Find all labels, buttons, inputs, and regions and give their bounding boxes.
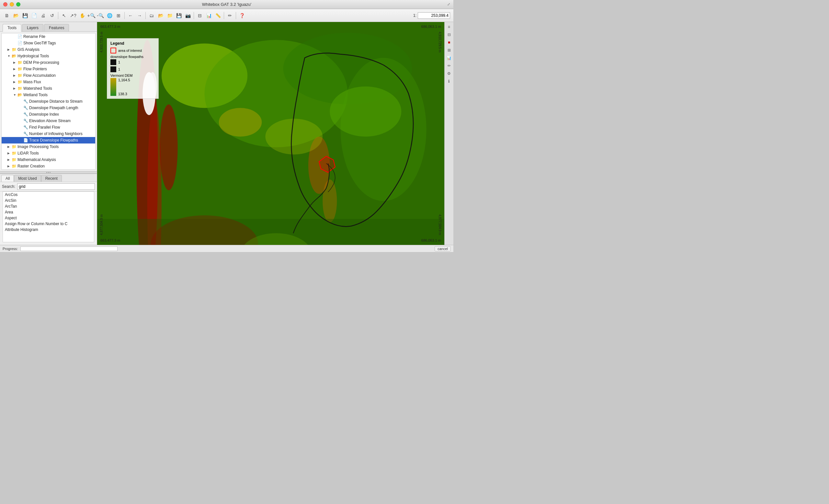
- tree-item-math-analysis[interactable]: ▶ 📁 Mathematical Analysis: [2, 156, 95, 163]
- tree-item-downslope-distance[interactable]: 🔧 Downslope Distance to Stream: [2, 98, 95, 105]
- separator-2: [124, 12, 125, 19]
- tab-layers[interactable]: Layers: [22, 24, 43, 31]
- toolbar-open[interactable]: 📂: [12, 11, 20, 20]
- arrow-lidar: ▶: [7, 152, 11, 155]
- right-btn-attribute-table[interactable]: ⊟: [445, 31, 453, 38]
- legend-item-flowpath2: 1: [110, 66, 155, 72]
- toolbar-new[interactable]: 🗎: [3, 11, 11, 20]
- tree-item-flow-pointers[interactable]: ▶ 📁 Flow Pointers: [2, 66, 95, 72]
- legend-dem-gradient-row: 1,164.5 138.3: [110, 78, 155, 96]
- label-image-processing: Image Processing Tools: [17, 144, 59, 149]
- tree-item-image-processing[interactable]: ▶ 📁 Image Processing Tools: [2, 143, 95, 150]
- svg-point-12: [219, 108, 262, 136]
- tree-item-find-parallel-flow[interactable]: 🔧 Find Parallel Flow: [2, 124, 95, 131]
- resize-dot-1: [46, 172, 47, 173]
- tree-item-rename-file[interactable]: 📄 Rename File: [2, 33, 95, 40]
- search-panel: All Most Used Recent Search: ArcCos ArcS…: [0, 174, 97, 245]
- toolbar-help[interactable]: ❓: [238, 11, 246, 20]
- toolbar-capture[interactable]: 📷: [184, 11, 192, 20]
- window-controls[interactable]: [3, 2, 21, 6]
- toolbar-new-folder[interactable]: 📁: [166, 11, 174, 20]
- tab-tools[interactable]: Tools: [3, 24, 22, 32]
- search-tab-all[interactable]: All: [1, 175, 14, 182]
- legend-num-1b: 1: [118, 67, 120, 71]
- separator-4: [194, 12, 194, 19]
- result-attr-histogram[interactable]: Attribute Histogram: [3, 227, 94, 232]
- toolbar-zoom-out[interactable]: -🔍: [96, 11, 105, 20]
- legend-flowpath-label: downslope flowpaths: [110, 55, 155, 59]
- toolbar-zoom-in[interactable]: +🔍: [87, 11, 96, 20]
- result-area[interactable]: Area: [3, 209, 94, 215]
- search-input[interactable]: [17, 183, 95, 190]
- tree-item-elevation-above-stream[interactable]: 🔧 Elevation Above Stream: [2, 117, 95, 124]
- cancel-button[interactable]: cancel: [435, 246, 451, 251]
- map-area[interactable]: 663,477.3 m 686,063.1 m 663,477.3 m 686,…: [97, 22, 444, 245]
- toolbar-back[interactable]: ←: [126, 11, 135, 20]
- right-btn-map-grid[interactable]: ⊞: [445, 47, 453, 54]
- search-results[interactable]: ArcCos ArcSin ArcTan Area Aspect Assign …: [3, 191, 94, 242]
- toolbar-save-as[interactable]: 📄: [30, 11, 38, 20]
- tab-features[interactable]: Features: [44, 24, 69, 31]
- toolbar-table[interactable]: ⊟: [195, 11, 204, 20]
- tree-item-downslope-index[interactable]: 🔧 Downslope Index: [2, 111, 95, 117]
- scale-input[interactable]: [418, 12, 450, 19]
- right-btn-edit[interactable]: ✏: [445, 62, 453, 69]
- toolbar-save-raster[interactable]: 💾: [175, 11, 183, 20]
- toolbar-draw[interactable]: ✏: [226, 11, 234, 20]
- tree-item-num-inflowing[interactable]: 🔧 Number of Inflowing Neighbors: [2, 131, 95, 137]
- label-mass-flux: Mass Flux: [23, 80, 41, 84]
- legend-num-1a: 1: [118, 60, 120, 64]
- toolbar-open-raster[interactable]: 📂: [156, 11, 165, 20]
- toolbar-help-cursor[interactable]: ↗?: [69, 11, 77, 20]
- minimize-button[interactable]: [10, 2, 14, 6]
- tool-icon-ds-idx: 🔧: [23, 112, 28, 117]
- toolbar-zoom-fit[interactable]: ⊞: [114, 11, 123, 20]
- maximize-button[interactable]: [16, 2, 21, 6]
- toolbar-save[interactable]: 💾: [21, 11, 29, 20]
- tree-item-trace-downslope[interactable]: 📄 Trace Downslope Flowpaths: [2, 137, 95, 143]
- search-tab-most-used[interactable]: Most Used: [14, 175, 41, 182]
- toolbar-print[interactable]: 🖨: [39, 11, 47, 20]
- right-btn-chart[interactable]: 📊: [445, 55, 453, 62]
- search-tab-recent[interactable]: Recent: [41, 175, 62, 182]
- toolbar-layer-style[interactable]: 🗂: [147, 11, 156, 20]
- toolbar-forward[interactable]: →: [135, 11, 144, 20]
- scale-display: 1:: [413, 12, 450, 19]
- tree-item-mass-flux[interactable]: ▶ 📁 Mass Flux: [2, 79, 95, 85]
- arrow-mass-flux: ▶: [13, 80, 17, 83]
- toolbar-globe[interactable]: 🌐: [105, 11, 114, 20]
- folder-icon-gis: 📁: [11, 47, 16, 52]
- right-btn-info[interactable]: ℹ: [445, 78, 453, 85]
- tree-item-downslope-flowpath[interactable]: 🔧 Downslope Flowpath Length: [2, 105, 95, 111]
- tree-item-geotiff-tags[interactable]: 📄 Show GeoTiff Tags: [2, 40, 95, 46]
- tree-panel[interactable]: 📄 Rename File 📄 Show GeoTiff Tags ▶ 📁 GI…: [1, 33, 96, 170]
- toolbar-undo[interactable]: ↺: [48, 11, 56, 20]
- result-arcsin[interactable]: ArcSin: [3, 197, 94, 204]
- window-title: Whitebox GAT 3.2 'Iguazu': [202, 2, 252, 7]
- panel-tabs: Tools Layers Features: [0, 22, 97, 32]
- folder-icon-dem: 📁: [17, 60, 22, 65]
- tree-item-flow-accumulation[interactable]: ▶ 📁 Flow Accumulation: [2, 72, 95, 79]
- resize-handle[interactable]: [0, 171, 97, 174]
- tree-item-raster-creation[interactable]: ▶ 📁 Raster Creation: [2, 163, 95, 170]
- result-aspect[interactable]: Aspect: [3, 215, 94, 221]
- result-arccos[interactable]: ArcCos: [3, 192, 94, 197]
- tree-item-watershed-tools[interactable]: ▶ 📁 Watershed Tools: [2, 85, 95, 92]
- toolbar-stats[interactable]: 📊: [205, 11, 213, 20]
- toolbar-pan[interactable]: ✋: [78, 11, 86, 20]
- right-btn-settings[interactable]: ⚙: [445, 70, 453, 77]
- separator-3: [145, 12, 146, 19]
- close-button[interactable]: [3, 2, 7, 6]
- result-arctan[interactable]: ArcTan: [3, 204, 94, 209]
- right-btn-layer-properties[interactable]: ■: [445, 39, 453, 46]
- tree-item-wetland-tools[interactable]: ▼ 📂 Wetland Tools: [2, 92, 95, 98]
- tree-item-dem-preprocessing[interactable]: ▶ 📁 DEM Pre-processing: [2, 59, 95, 66]
- tree-item-lidar-tools[interactable]: ▶ 📁 LiDAR Tools: [2, 150, 95, 156]
- result-assign-row[interactable]: Assign Row or Column Number to C: [3, 221, 94, 227]
- svg-point-13: [265, 118, 323, 154]
- tree-item-gis-analysis[interactable]: ▶ 📁 GIS Analysis: [2, 46, 95, 53]
- tree-item-hydro-tools[interactable]: ▼ 📂 Hydrological Tools: [2, 53, 95, 59]
- right-btn-layer-manager[interactable]: ≡: [445, 23, 453, 30]
- toolbar-ruler[interactable]: 📏: [214, 11, 222, 20]
- toolbar-select[interactable]: ↖: [60, 11, 68, 20]
